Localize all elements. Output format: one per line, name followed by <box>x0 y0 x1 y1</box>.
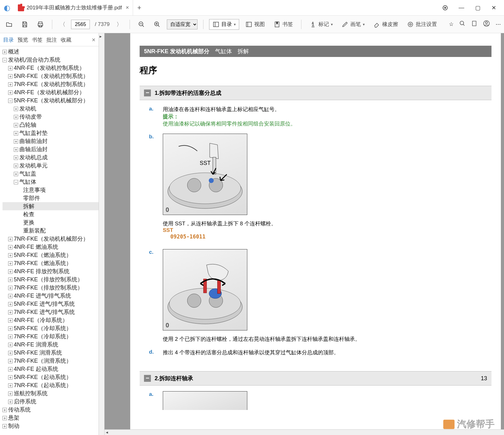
toc-node[interactable]: +曲轴后油封 <box>3 145 99 153</box>
toc-node[interactable]: +悬架 <box>3 414 99 422</box>
view-button[interactable]: 视图 <box>243 19 267 29</box>
expand-icon[interactable]: + <box>14 107 18 111</box>
tab-close-icon[interactable]: × <box>126 4 129 11</box>
toc-node[interactable]: 重新装配 <box>3 227 99 235</box>
record-icon[interactable] <box>443 5 448 10</box>
expand-icon[interactable]: + <box>3 408 7 412</box>
open-file-button[interactable] <box>3 20 15 29</box>
expand-icon[interactable]: + <box>14 139 18 144</box>
save-button[interactable] <box>19 20 31 29</box>
expand-icon[interactable]: + <box>14 156 18 160</box>
expand-icon[interactable]: + <box>8 90 13 95</box>
expand-icon[interactable]: + <box>14 172 18 176</box>
toc-node[interactable]: 注意事项 <box>3 186 99 194</box>
prev-page-button[interactable]: 〈 <box>58 21 67 28</box>
close-button[interactable]: ✕ <box>491 4 496 11</box>
expand-icon[interactable]: + <box>3 416 7 420</box>
toc-dropdown[interactable]: 目录▾ <box>209 19 239 30</box>
annotation-settings-button[interactable]: 批注设置 <box>404 19 440 29</box>
page-number-input[interactable] <box>71 20 90 29</box>
expand-icon[interactable]: + <box>8 237 13 241</box>
expand-icon[interactable]: + <box>8 326 13 331</box>
expand-icon[interactable]: + <box>14 131 18 136</box>
expand-icon[interactable]: + <box>8 375 13 380</box>
side-tab-preview[interactable]: 预览 <box>18 36 28 44</box>
draw-button[interactable]: 画笔▾ <box>339 19 367 29</box>
left-gutter[interactable]: ▸ <box>99 33 105 435</box>
expand-icon[interactable]: + <box>8 269 13 274</box>
expand-icon[interactable]: − <box>8 99 13 103</box>
expand-icon[interactable]: + <box>8 359 13 363</box>
expand-icon[interactable]: + <box>8 310 13 315</box>
expand-icon[interactable]: + <box>14 164 18 168</box>
side-tab-bookmark[interactable]: 书签 <box>32 36 43 44</box>
toc-node[interactable]: +传动皮带 <box>3 113 99 121</box>
toc-node[interactable]: +5NR-FKE（排放控制系统） <box>3 275 99 284</box>
document-tab[interactable]: 2019年丰田威驰雅力士致炫维修手册.pdf × <box>14 0 133 15</box>
mark-button[interactable]: A标记▾ <box>307 19 335 29</box>
toc-node[interactable]: +4NR-FE 燃油系统 <box>3 243 99 251</box>
toc-node[interactable]: +7NR-FKE（发动机机械部分） <box>3 235 99 243</box>
toc-node[interactable]: +5NR-FKE 润滑系统 <box>3 349 99 357</box>
maximize-button[interactable]: ▢ <box>475 4 481 11</box>
expand-icon[interactable]: + <box>8 82 13 87</box>
toc-node[interactable]: +7NR-FKE（冷却系统） <box>3 332 99 340</box>
favorite-icon[interactable]: ☆ <box>449 21 454 28</box>
toc-node[interactable]: 更换 <box>3 218 99 227</box>
expand-icon[interactable]: + <box>3 424 7 428</box>
expand-icon[interactable]: + <box>8 351 13 355</box>
more-icon[interactable]: ⋯ <box>496 21 501 28</box>
expand-icon[interactable]: + <box>8 261 13 266</box>
toc-node[interactable]: +5NR-FKE（起动系统） <box>3 373 99 381</box>
toc-node[interactable]: +4NR-FE 起动系统 <box>3 365 99 373</box>
toc-node[interactable]: +4NR-FE 润滑系统 <box>3 340 99 349</box>
toc-node[interactable]: +凸轮轴 <box>3 121 99 129</box>
toc-node[interactable]: +5NR-FKE（发动机控制系统） <box>3 72 99 80</box>
toc-node[interactable]: +启停系统 <box>3 397 99 406</box>
toc-node[interactable]: −发动机/混合动力系统 <box>3 56 99 64</box>
expand-icon[interactable]: + <box>8 294 13 298</box>
toc-node[interactable]: +7NR-FKE（起动系统） <box>3 381 99 389</box>
toc-node[interactable]: +巡航控制系统 <box>3 389 99 397</box>
expand-icon[interactable]: + <box>8 245 13 249</box>
toc-node[interactable]: +传动系统 <box>3 406 99 414</box>
toc-node[interactable]: 零部件 <box>3 194 99 202</box>
expand-icon[interactable]: + <box>8 400 13 404</box>
eraser-button[interactable]: 橡皮擦 <box>371 19 401 29</box>
expand-icon[interactable]: − <box>14 180 18 184</box>
new-tab-button[interactable]: + <box>133 4 146 12</box>
toc-node[interactable]: −5NR-FKE（发动机机械部分） <box>3 96 99 105</box>
toc-node[interactable]: +气缸盖 <box>3 170 99 178</box>
expand-icon[interactable]: − <box>3 58 7 62</box>
expand-icon[interactable]: + <box>8 66 13 70</box>
toc-node[interactable]: −气缸体 <box>3 178 99 186</box>
toc-node[interactable]: +制动 <box>3 422 99 430</box>
expand-icon[interactable]: + <box>8 343 13 347</box>
expand-icon[interactable]: + <box>8 318 13 323</box>
toc-node[interactable]: +4NR-FE（发动机控制系统） <box>3 64 99 72</box>
scroll-left-arrow-icon[interactable]: ◂ <box>106 430 108 435</box>
side-tab-toc[interactable]: 目录 <box>3 36 14 44</box>
toc-node[interactable]: +7NR-FKE（排放控制系统） <box>3 284 99 292</box>
expand-icon[interactable]: + <box>8 367 13 371</box>
toc-node[interactable]: +4NR-FE 进气/排气系统 <box>3 292 99 300</box>
expand-icon[interactable]: + <box>8 74 13 79</box>
note-icon[interactable] <box>471 20 477 28</box>
expand-icon[interactable]: + <box>8 392 13 396</box>
expand-icon[interactable]: + <box>8 286 13 290</box>
toc-node[interactable]: +7NR-FKE（润滑系统） <box>3 357 99 365</box>
toc-tree[interactable]: +概述−发动机/混合动力系统+4NR-FE（发动机控制系统）+5NR-FKE（发… <box>0 46 99 435</box>
expand-icon[interactable]: + <box>14 123 18 127</box>
zoom-out-button[interactable] <box>136 20 147 29</box>
zoom-mode-select[interactable]: 自适应宽 <box>167 19 198 29</box>
toc-node[interactable]: +5NR-FKE（冷却系统） <box>3 324 99 332</box>
expand-icon[interactable]: + <box>8 253 13 258</box>
toc-node[interactable]: +气缸盖衬垫 <box>3 129 99 137</box>
toc-node[interactable]: +5NR-FKE（燃油系统） <box>3 251 99 259</box>
search-icon[interactable] <box>459 20 465 28</box>
expand-icon[interactable]: + <box>8 278 13 282</box>
expand-icon[interactable]: + <box>8 302 13 306</box>
minimize-button[interactable]: — <box>459 4 464 11</box>
expand-icon[interactable]: + <box>3 50 7 54</box>
toc-node[interactable]: +曲轴前油封 <box>3 137 99 145</box>
